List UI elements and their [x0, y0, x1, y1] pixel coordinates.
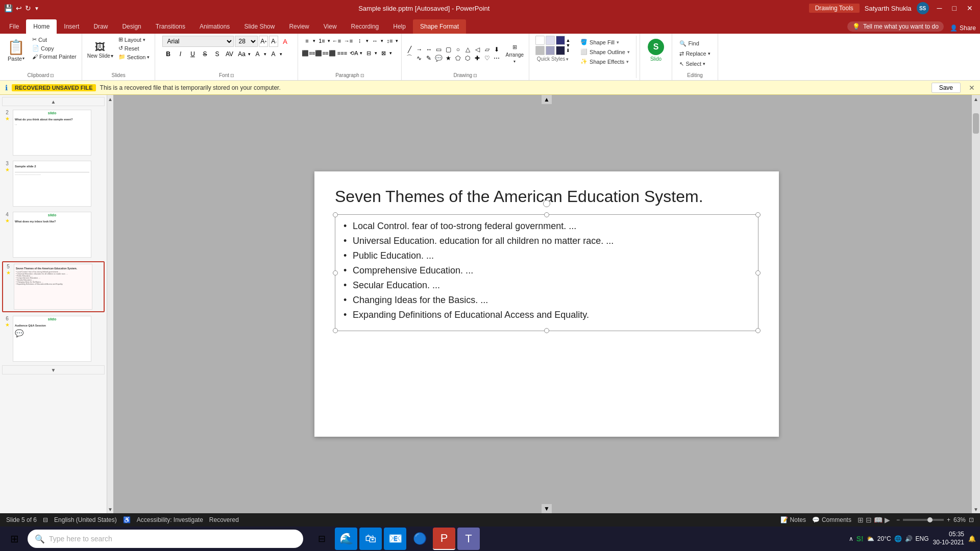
slide-thumb-4[interactable]: 4 ★ slido What does my inbox look like? — [2, 210, 105, 259]
canvas-scroll-down[interactable]: ▼ — [542, 504, 552, 513]
clipboard-expand-icon[interactable]: ⊡ — [50, 73, 54, 78]
store-icon[interactable]: 🛍 — [359, 528, 382, 550]
shadow-button[interactable]: S — [211, 48, 223, 60]
undo-icon[interactable]: ↩ — [16, 4, 22, 12]
slide-view-icon[interactable]: ⊟ — [43, 516, 48, 523]
format-painter-button[interactable]: 🖌 Format Painter — [30, 53, 79, 60]
align-center-button[interactable]: ≡⬛≡ — [313, 48, 324, 58]
canvas-scroll-up[interactable]: ▲ — [542, 95, 552, 104]
qs-swatch-6[interactable] — [556, 46, 565, 55]
char-spacing-button[interactable]: AV — [224, 48, 235, 60]
clipboard-label[interactable]: Clipboard ⊡ — [27, 72, 54, 78]
smart-art-arrow[interactable]: ▾ — [381, 38, 383, 43]
tell-me-box[interactable]: 💡 Tell me what you want to do — [847, 21, 944, 32]
paragraph-label[interactable]: Paragraph ⊡ — [335, 72, 364, 78]
accessibility-label[interactable]: Accessibility: Investigate — [137, 516, 203, 523]
scrollbar-up-arrow[interactable]: ▲ — [107, 95, 113, 103]
powerpoint-icon[interactable]: P — [433, 528, 455, 550]
handle-mid-right[interactable] — [755, 270, 761, 276]
teams-icon[interactable]: T — [457, 528, 480, 550]
select-arrow[interactable]: ▾ — [703, 61, 705, 66]
new-slide-button[interactable]: 🖼 New Slide ▾ — [85, 36, 115, 64]
user-avatar[interactable]: SS — [917, 2, 929, 14]
slide-content-box[interactable]: • Local Control. fear of too-strong fede… — [335, 214, 758, 331]
dropdown-arrow-highlight[interactable]: ▾ — [280, 52, 282, 57]
close-button[interactable]: ✕ — [964, 3, 976, 13]
copy-button[interactable]: 📄 Copy — [30, 44, 79, 52]
underline-button[interactable]: U — [187, 48, 198, 60]
tab-slideshow[interactable]: Slide Show — [237, 19, 282, 34]
tab-insert[interactable]: Insert — [57, 19, 86, 34]
save-icon[interactable]: 💾 — [4, 4, 13, 12]
font-expand-icon[interactable]: ⊡ — [230, 73, 234, 78]
tab-file[interactable]: File — [2, 19, 26, 34]
qs-expand-icon[interactable]: ▾ — [566, 57, 569, 62]
font-label[interactable]: Font ⊡ — [219, 72, 234, 78]
handle-bottom-left[interactable] — [333, 328, 338, 333]
clock[interactable]: 05:35 30-10-2021 — [933, 531, 964, 546]
slide-panel-scrollbar[interactable]: ▲ ▼ — [107, 95, 113, 513]
drawing-expand-icon[interactable]: ⊡ — [473, 73, 477, 78]
tab-home[interactable]: Home — [26, 19, 57, 34]
handle-bottom-center[interactable] — [544, 328, 549, 333]
shapes-more[interactable]: ⋯ — [492, 54, 501, 62]
layout-button[interactable]: ⊞ Layout ▾ — [116, 36, 152, 43]
slides-label[interactable]: Slides — [111, 72, 125, 78]
plus-shape[interactable]: ✚ — [473, 54, 482, 62]
chrome-icon[interactable]: 🔵 — [408, 528, 431, 550]
freeform-shape[interactable]: ✎ — [424, 54, 433, 62]
oval-shape[interactable]: ○ — [453, 45, 462, 54]
cut-button[interactable]: ✂ Cut — [30, 36, 79, 43]
clear-format-button[interactable]: A — [279, 36, 290, 47]
replace-arrow[interactable]: ▾ — [708, 51, 710, 56]
handle-top-right[interactable] — [755, 212, 761, 217]
panel-scroll-up[interactable]: ▲ — [2, 97, 105, 106]
handle-top-left[interactable] — [333, 212, 338, 217]
tab-shape-format[interactable]: Shape Format — [413, 19, 466, 34]
drawing-label[interactable]: Drawing ⊡ — [453, 72, 477, 78]
zoom-percent[interactable]: 63% — [953, 516, 966, 523]
dropdown-arrow-color[interactable]: ▾ — [264, 52, 266, 57]
canvas-scroll-down-btn[interactable]: ▼ — [972, 505, 980, 513]
dropdown-arrow-case[interactable]: ▾ — [248, 52, 251, 57]
select-button[interactable]: ↖ Select ▾ — [676, 59, 713, 68]
italic-button[interactable]: I — [175, 48, 186, 60]
language-label[interactable]: English (United States) — [54, 516, 117, 523]
notif-close-button[interactable]: ✕ — [969, 84, 975, 92]
normal-view-btn[interactable]: ⊞ — [857, 516, 864, 524]
section-button[interactable]: 📁 Section ▾ — [116, 53, 152, 61]
font-color-button[interactable]: A — [252, 48, 263, 60]
notes-button[interactable]: 📝 Notes — [780, 516, 806, 523]
slideshow-btn[interactable]: ▶ — [885, 516, 890, 524]
callout-shape[interactable]: 💬 — [434, 54, 443, 62]
bullets-arrow[interactable]: ▾ — [313, 38, 315, 43]
scurve-shape[interactable]: ∿ — [414, 54, 424, 62]
qs-swatch-2[interactable] — [546, 36, 555, 45]
reading-view-btn[interactable]: 📖 — [874, 516, 883, 524]
pentagon-shape[interactable]: ⬠ — [453, 54, 462, 62]
customize-icon[interactable]: ▼ — [34, 6, 39, 11]
tab-design[interactable]: Design — [115, 19, 148, 34]
redo-icon[interactable]: ↻ — [25, 4, 31, 12]
smart-art-button[interactable]: ↔ — [369, 36, 380, 46]
font-size-decrease[interactable]: A- — [269, 36, 278, 47]
section-arrow[interactable]: ▾ — [147, 55, 150, 60]
search-placeholder[interactable]: Type here to search — [49, 535, 112, 543]
text-dir-arrow[interactable]: ▾ — [360, 51, 362, 56]
handle-bottom-right[interactable] — [755, 328, 761, 333]
triangle-shape[interactable]: △ — [463, 45, 472, 54]
taskbar-search[interactable]: 🔍 Type here to search — [28, 530, 303, 548]
slide-thumb-2[interactable]: 2 ★ slido What do you think about the sa… — [2, 108, 105, 157]
tab-view[interactable]: View — [316, 19, 344, 34]
font-size-increase[interactable]: A+ — [259, 36, 268, 47]
tell-me-text[interactable]: Tell me what you want to do — [863, 23, 939, 30]
convert-smartart-button[interactable]: ⊠ — [378, 48, 389, 58]
rounded-rect-shape[interactable]: ▢ — [444, 45, 453, 54]
canvas-scroll-up-btn[interactable]: ▲ — [972, 95, 980, 103]
taskview-icon[interactable]: ⊟ — [310, 528, 333, 550]
slide-sorter-btn[interactable]: ⊟ — [866, 516, 872, 524]
tab-animations[interactable]: Animations — [192, 19, 237, 34]
bullets-button[interactable]: ≡ — [301, 36, 312, 46]
shape-fill-arrow[interactable]: ▾ — [617, 40, 619, 45]
highlight-color-button[interactable]: A — [267, 48, 279, 60]
